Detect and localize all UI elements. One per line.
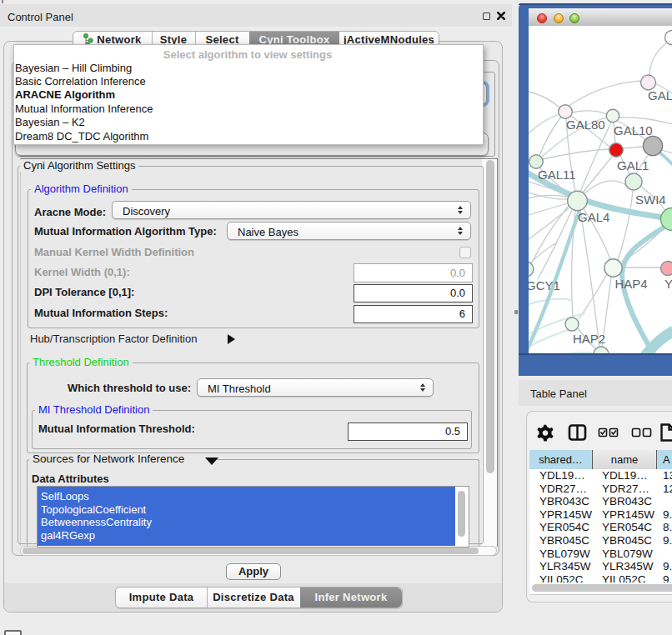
svg-text:GAL1: GAL1 [617,158,649,172]
svg-text:GAL10: GAL10 [614,123,653,138]
svg-text:HAP2: HAP2 [573,332,605,346]
svg-text:HAP4: HAP4 [615,277,648,291]
svg-text:GCY1: GCY1 [529,278,560,292]
svg-text:GAL4: GAL4 [578,210,609,224]
svg-text:SWI4: SWI4 [635,192,666,207]
svg-text:GAL7: GAL7 [648,88,672,102]
svg-text:GAL80: GAL80 [566,118,605,132]
svg-text:GAL11: GAL11 [538,168,576,182]
svg-text:YMR: YMR [664,277,672,291]
